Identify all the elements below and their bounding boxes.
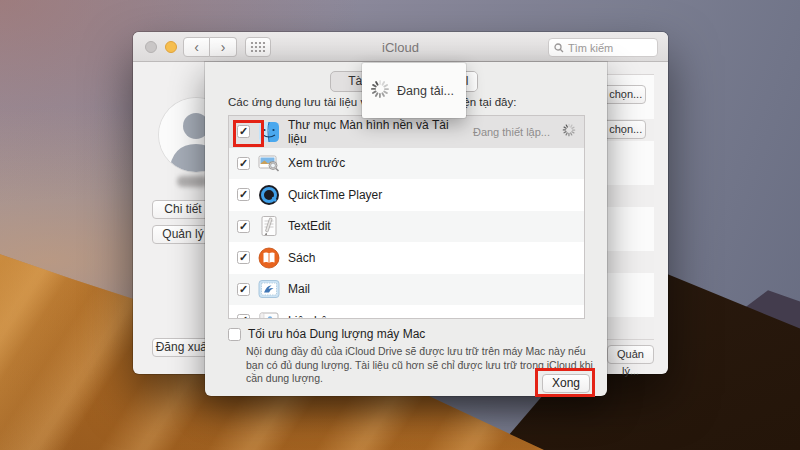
mail-icon [258, 278, 280, 300]
app-label: Sách [288, 251, 576, 265]
annotation-box-done [535, 368, 595, 397]
search-icon [554, 43, 564, 53]
app-row: ✓Mail [229, 274, 584, 306]
desktop-wallpaper: ‹ › iCloud Tìm kiếm [0, 0, 800, 450]
app-checkbox[interactable]: ✓ [237, 251, 250, 264]
setup-status-text: Đang thiết lập... [473, 126, 550, 138]
app-checkbox[interactable]: ✓ [237, 157, 250, 170]
app-label: Mail [288, 282, 576, 296]
quicktime-icon [258, 184, 280, 206]
app-checkbox[interactable]: ✓ [237, 314, 250, 319]
app-row: ✓Thư mục Màn hình nền và Tài liệuĐang th… [229, 116, 584, 148]
app-checkbox[interactable]: ✓ [237, 220, 250, 233]
textedit-icon [258, 215, 280, 237]
app-row: ✓Sách [229, 242, 584, 274]
optimize-checkbox[interactable] [228, 328, 241, 341]
preview-icon [258, 152, 280, 174]
app-row: ✓Xem trước [229, 148, 584, 180]
setup-spinner-icon [562, 123, 576, 141]
icloud-services-list [606, 74, 654, 340]
manage-storage-button[interactable]: Quản lý... [607, 345, 654, 364]
app-checkbox[interactable]: ✓ [237, 188, 250, 201]
loading-text: Đang tải... [397, 84, 454, 98]
search-field[interactable]: Tìm kiếm [548, 38, 658, 57]
contacts-icon [258, 310, 280, 319]
app-label: Thư mục Màn hình nền và Tài liệu [288, 118, 465, 146]
app-checkbox-list: ✓Thư mục Màn hình nền và Tài liệuĐang th… [228, 115, 585, 319]
app-label: Liên hệ [288, 314, 576, 319]
loading-spinner-icon [370, 79, 390, 102]
app-label: TextEdit [288, 219, 576, 233]
loading-popup: Đang tải... [362, 63, 466, 118]
app-label: Xem trước [288, 156, 576, 170]
app-label: QuickTime Player [288, 188, 576, 202]
title-bar[interactable]: ‹ › iCloud Tìm kiếm [133, 32, 668, 62]
annotation-box-checkbox [233, 120, 264, 147]
books-icon [258, 247, 280, 269]
optimize-label: Tối ưu hóa Dung lượng máy Mac [248, 327, 425, 341]
app-row: ✓QuickTime Player [229, 179, 584, 211]
app-row: ✓TextEdit [229, 211, 584, 243]
search-placeholder: Tìm kiếm [568, 42, 613, 54]
app-row: ✓Liên hệ [229, 305, 584, 319]
user-name-redacted [177, 176, 207, 187]
app-checkbox[interactable]: ✓ [237, 283, 250, 296]
